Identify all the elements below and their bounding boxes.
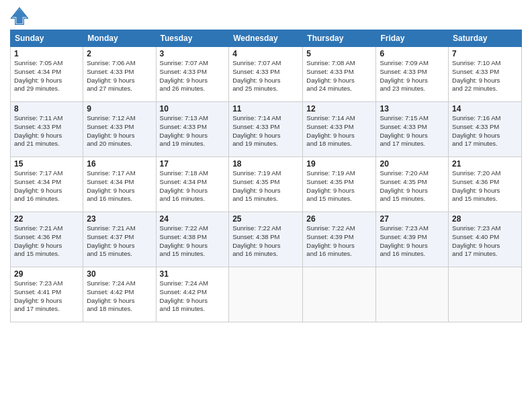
logo: [10, 7, 30, 26]
day-number: 30: [87, 269, 152, 279]
calendar-cell: 29Sunrise: 7:23 AMSunset: 4:41 PMDayligh…: [11, 267, 83, 322]
day-number: 19: [306, 159, 372, 169]
col-friday: Friday: [376, 30, 449, 47]
day-info: Sunrise: 7:15 AMSunset: 4:33 PMDaylight:…: [380, 114, 445, 148]
day-number: 4: [232, 49, 299, 58]
calendar-cell: 27Sunrise: 7:23 AMSunset: 4:39 PMDayligh…: [376, 212, 449, 267]
day-info: Sunrise: 7:14 AMSunset: 4:33 PMDaylight:…: [306, 114, 372, 148]
day-number: 23: [87, 214, 152, 224]
day-number: 3: [160, 49, 226, 58]
calendar-cell: [229, 267, 303, 322]
calendar-cell: 30Sunrise: 7:24 AMSunset: 4:42 PMDayligh…: [83, 267, 156, 322]
day-info: Sunrise: 7:23 AMSunset: 4:39 PMDaylight:…: [380, 224, 445, 259]
day-number: 21: [452, 159, 518, 169]
day-number: 13: [380, 104, 445, 113]
calendar-week-row: 15Sunrise: 7:17 AMSunset: 4:34 PMDayligh…: [11, 157, 522, 212]
calendar-cell: 12Sunrise: 7:14 AMSunset: 4:33 PMDayligh…: [303, 102, 376, 157]
day-number: 20: [380, 159, 445, 169]
day-info: Sunrise: 7:19 AMSunset: 4:35 PMDaylight:…: [232, 169, 299, 203]
calendar-cell: 28Sunrise: 7:23 AMSunset: 4:40 PMDayligh…: [449, 212, 522, 267]
calendar-cell: 19Sunrise: 7:19 AMSunset: 4:35 PMDayligh…: [303, 157, 376, 212]
day-number: 11: [232, 104, 299, 113]
col-sunday: Sunday: [11, 30, 83, 47]
calendar-cell: 2Sunrise: 7:06 AMSunset: 4:33 PMDaylight…: [83, 47, 156, 102]
day-number: 12: [306, 104, 372, 113]
calendar-cell: 16Sunrise: 7:17 AMSunset: 4:34 PMDayligh…: [83, 157, 156, 212]
day-info: Sunrise: 7:20 AMSunset: 4:36 PMDaylight:…: [452, 169, 518, 203]
day-number: 18: [232, 159, 299, 169]
calendar-cell: 13Sunrise: 7:15 AMSunset: 4:33 PMDayligh…: [376, 102, 449, 157]
day-info: Sunrise: 7:21 AMSunset: 4:37 PMDaylight:…: [87, 224, 152, 259]
col-thursday: Thursday: [303, 30, 376, 47]
calendar-cell: 20Sunrise: 7:20 AMSunset: 4:35 PMDayligh…: [376, 157, 449, 212]
day-number: 5: [306, 49, 372, 58]
calendar-cell: 24Sunrise: 7:22 AMSunset: 4:38 PMDayligh…: [156, 212, 229, 267]
day-info: Sunrise: 7:11 AMSunset: 4:33 PMDaylight:…: [14, 114, 79, 148]
calendar-cell: 31Sunrise: 7:24 AMSunset: 4:42 PMDayligh…: [156, 267, 229, 322]
day-info: Sunrise: 7:23 AMSunset: 4:40 PMDaylight:…: [452, 224, 518, 259]
day-number: 22: [14, 214, 79, 224]
calendar-cell: 26Sunrise: 7:22 AMSunset: 4:39 PMDayligh…: [303, 212, 376, 267]
day-info: Sunrise: 7:24 AMSunset: 4:42 PMDaylight:…: [87, 279, 152, 314]
day-number: 10: [160, 104, 226, 113]
calendar-cell: 10Sunrise: 7:13 AMSunset: 4:33 PMDayligh…: [156, 102, 229, 157]
calendar-week-row: 1Sunrise: 7:05 AMSunset: 4:34 PMDaylight…: [11, 47, 522, 102]
day-info: Sunrise: 7:09 AMSunset: 4:33 PMDaylight:…: [380, 59, 445, 93]
day-info: Sunrise: 7:14 AMSunset: 4:33 PMDaylight:…: [232, 114, 299, 148]
calendar-cell: 17Sunrise: 7:18 AMSunset: 4:34 PMDayligh…: [156, 157, 229, 212]
day-info: Sunrise: 7:07 AMSunset: 4:33 PMDaylight:…: [160, 59, 226, 93]
day-number: 31: [160, 269, 226, 279]
page: Sunday Monday Tuesday Wednesday Thursday…: [0, 0, 532, 411]
calendar-cell: 25Sunrise: 7:22 AMSunset: 4:38 PMDayligh…: [229, 212, 303, 267]
day-number: 2: [87, 49, 152, 58]
day-number: 16: [87, 159, 152, 169]
day-number: 24: [160, 214, 226, 224]
day-number: 8: [14, 104, 79, 113]
day-info: Sunrise: 7:20 AMSunset: 4:35 PMDaylight:…: [380, 169, 445, 203]
col-monday: Monday: [83, 30, 156, 47]
day-number: 14: [452, 104, 518, 113]
calendar-cell: [449, 267, 522, 322]
col-wednesday: Wednesday: [229, 30, 303, 47]
calendar-cell: 3Sunrise: 7:07 AMSunset: 4:33 PMDaylight…: [156, 47, 229, 102]
calendar-week-row: 8Sunrise: 7:11 AMSunset: 4:33 PMDaylight…: [11, 102, 522, 157]
day-info: Sunrise: 7:16 AMSunset: 4:33 PMDaylight:…: [452, 114, 518, 148]
day-number: 17: [160, 159, 226, 169]
day-info: Sunrise: 7:05 AMSunset: 4:34 PMDaylight:…: [14, 59, 79, 93]
day-info: Sunrise: 7:17 AMSunset: 4:34 PMDaylight:…: [87, 169, 152, 203]
day-number: 1: [14, 49, 79, 58]
calendar-header-row: Sunday Monday Tuesday Wednesday Thursday…: [11, 30, 522, 47]
calendar-cell: 23Sunrise: 7:21 AMSunset: 4:37 PMDayligh…: [83, 212, 156, 267]
day-info: Sunrise: 7:24 AMSunset: 4:42 PMDaylight:…: [160, 279, 226, 314]
calendar-cell: 9Sunrise: 7:12 AMSunset: 4:33 PMDaylight…: [83, 102, 156, 157]
calendar-cell: 5Sunrise: 7:08 AMSunset: 4:33 PMDaylight…: [303, 47, 376, 102]
col-tuesday: Tuesday: [156, 30, 229, 47]
calendar-week-row: 22Sunrise: 7:21 AMSunset: 4:36 PMDayligh…: [11, 212, 522, 267]
day-number: 28: [452, 214, 518, 224]
calendar-cell: 15Sunrise: 7:17 AMSunset: 4:34 PMDayligh…: [11, 157, 83, 212]
calendar-cell: [376, 267, 449, 322]
calendar-cell: 14Sunrise: 7:16 AMSunset: 4:33 PMDayligh…: [449, 102, 522, 157]
calendar-cell: [303, 267, 376, 322]
calendar-cell: 22Sunrise: 7:21 AMSunset: 4:36 PMDayligh…: [11, 212, 83, 267]
calendar-cell: 8Sunrise: 7:11 AMSunset: 4:33 PMDaylight…: [11, 102, 83, 157]
calendar-cell: 1Sunrise: 7:05 AMSunset: 4:34 PMDaylight…: [11, 47, 83, 102]
header: [10, 7, 522, 26]
day-info: Sunrise: 7:21 AMSunset: 4:36 PMDaylight:…: [14, 224, 79, 259]
logo-icon: [10, 7, 29, 26]
day-number: 26: [306, 214, 372, 224]
day-info: Sunrise: 7:10 AMSunset: 4:33 PMDaylight:…: [452, 59, 518, 93]
day-number: 9: [87, 104, 152, 113]
calendar-cell: 11Sunrise: 7:14 AMSunset: 4:33 PMDayligh…: [229, 102, 303, 157]
day-info: Sunrise: 7:19 AMSunset: 4:35 PMDaylight:…: [306, 169, 372, 203]
calendar-cell: 18Sunrise: 7:19 AMSunset: 4:35 PMDayligh…: [229, 157, 303, 212]
day-number: 29: [14, 269, 79, 279]
day-info: Sunrise: 7:22 AMSunset: 4:38 PMDaylight:…: [232, 224, 299, 259]
day-info: Sunrise: 7:17 AMSunset: 4:34 PMDaylight:…: [14, 169, 79, 203]
day-info: Sunrise: 7:12 AMSunset: 4:33 PMDaylight:…: [87, 114, 152, 148]
calendar-cell: 7Sunrise: 7:10 AMSunset: 4:33 PMDaylight…: [449, 47, 522, 102]
calendar-cell: 21Sunrise: 7:20 AMSunset: 4:36 PMDayligh…: [449, 157, 522, 212]
calendar-table: Sunday Monday Tuesday Wednesday Thursday…: [10, 30, 522, 322]
day-number: 27: [380, 214, 445, 224]
day-number: 15: [14, 159, 79, 169]
